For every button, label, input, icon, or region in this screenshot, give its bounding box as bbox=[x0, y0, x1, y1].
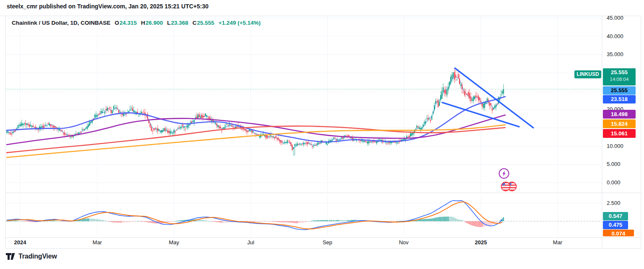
candlestick-series[interactable] bbox=[6, 69, 504, 156]
price-tick: 40.000 bbox=[607, 33, 623, 39]
orange-ma-price-label: 15.824 bbox=[603, 119, 636, 128]
price-tick: 10.000 bbox=[607, 143, 623, 149]
chart-canvas[interactable] bbox=[0, 0, 644, 269]
time-tick: Mar bbox=[553, 239, 562, 246]
macd-signal-line[interactable] bbox=[7, 202, 502, 229]
macd-line-label: 0.475 bbox=[603, 221, 628, 229]
macd-line[interactable] bbox=[7, 201, 502, 230]
price-tick: 45.000 bbox=[607, 15, 623, 21]
change-value: +1.249 (+5.14%) bbox=[218, 20, 261, 26]
time-tick: Jul bbox=[247, 239, 254, 246]
time-tick: Sep bbox=[322, 239, 332, 246]
us-flag-icon[interactable] bbox=[501, 182, 510, 191]
macd-histogram-label: 0.547 bbox=[603, 212, 628, 220]
time-tick: May bbox=[169, 239, 179, 246]
fast-ma-price-label: 25.555 bbox=[603, 86, 636, 95]
ma-orange-line[interactable] bbox=[7, 125, 505, 158]
close-value: C25.555 bbox=[192, 20, 214, 26]
high-value: H26.900 bbox=[141, 20, 163, 26]
lightning-icon[interactable] bbox=[499, 169, 509, 178]
symbol-legend: Chainlink / US Dollar, 1D, COINBASE O24.… bbox=[12, 20, 261, 26]
price-tick: 35.000 bbox=[607, 51, 623, 57]
bar-countdown: 14:08:04 bbox=[603, 76, 636, 83]
time-tick: Nov bbox=[399, 239, 408, 246]
tradingview-logo[interactable]: TradingView bbox=[6, 253, 57, 260]
tradingview-logo-text: TradingView bbox=[18, 253, 57, 260]
time-tick: 2024 bbox=[14, 239, 26, 246]
last-price-value: 25.555 bbox=[603, 68, 636, 77]
macd-histogram bbox=[6, 217, 504, 227]
red-ma-price-label: 15.061 bbox=[603, 129, 636, 138]
macd-axis-tick: 2.500 bbox=[607, 200, 621, 206]
last-price-label: 25.555 14:08:04 bbox=[603, 68, 636, 85]
macd-signal-label: 0.074 bbox=[603, 230, 634, 236]
tradingview-published-chart: steelx_cmr published on TradingView.com,… bbox=[0, 0, 644, 269]
symbol-price-badge: LINKUSD bbox=[574, 70, 601, 78]
time-tick: Mar bbox=[93, 239, 102, 246]
blue-ma-price-label: 23.518 bbox=[603, 95, 636, 103]
symbol-title[interactable]: Chainlink / US Dollar, 1D, COINBASE bbox=[12, 20, 111, 26]
low-value: L23.368 bbox=[167, 20, 188, 26]
purple-ma-price-label: 18.498 bbox=[603, 110, 636, 119]
price-tick: 5.000 bbox=[607, 161, 621, 167]
price-tick: 0.000 bbox=[607, 179, 621, 186]
open-value: O24.315 bbox=[115, 20, 137, 26]
time-tick: 2025 bbox=[475, 239, 487, 246]
tradingview-logo-icon bbox=[6, 253, 16, 260]
